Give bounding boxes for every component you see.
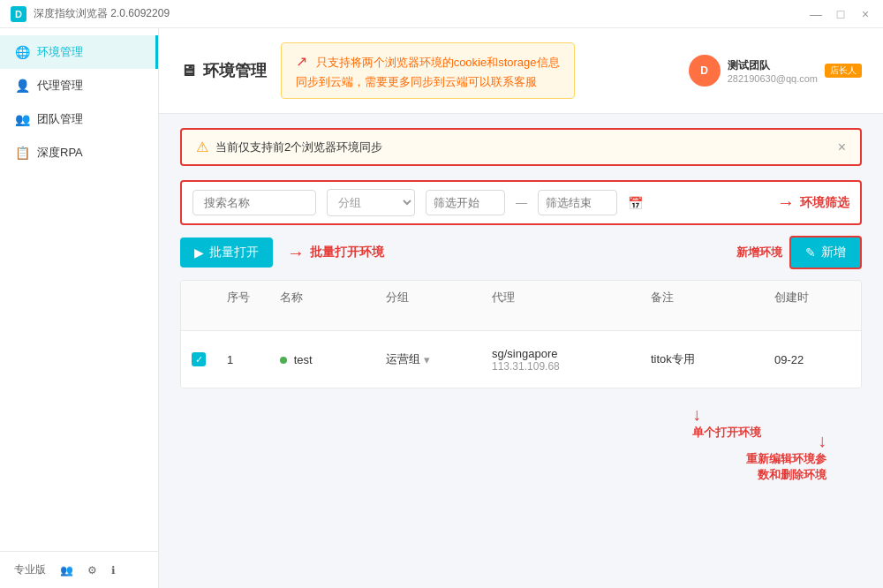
sidebar: 🌐 环境管理 👤 代理管理 👥 团队管理 📋 深度RPA 专业版 👥 ⚙ ℹ	[0, 28, 159, 588]
rpa-icon: 📋	[14, 145, 30, 161]
col-checkbox	[181, 290, 216, 321]
header-notice: ↗ 只支持将两个浏览器环境的cookie和storage信息 同步到云端，需要更…	[281, 42, 575, 99]
environment-table: 序号 名称 分组 代理 备注 创建时 操作 ✓	[180, 280, 862, 388]
app-logo: D	[11, 6, 26, 22]
content-body: ⚠ 当前仅支持前2个浏览器环境同步 × 分组 运营组 — 📅	[159, 114, 883, 588]
batch-open-button[interactable]: ▶ 批量打开	[180, 237, 273, 268]
header-left: 🖥 环境管理 ↗ 只支持将两个浏览器环境的cookie和storage信息 同步…	[180, 42, 575, 99]
proxy-icon: 👤	[14, 78, 30, 94]
minimize-button[interactable]: —	[809, 7, 823, 21]
row-checkbox[interactable]: ✓	[192, 352, 206, 366]
row-name-cell: test	[269, 346, 375, 373]
new-btn-area: 新增环境 ✎ 新增	[736, 236, 862, 269]
batch-arrow-icon: →	[287, 243, 305, 263]
notice-text: 只支持将两个浏览器环境的cookie和storage信息 同步到云端，需要更多同…	[296, 56, 560, 88]
row-group-cell: 运营组 ▾	[375, 344, 481, 374]
table-header: 序号 名称 分组 代理 备注 创建时 操作	[181, 281, 861, 331]
title-bar: D 深度指纹浏览器 2.0.6092209 — □ ×	[0, 0, 883, 28]
edit-down-arrow-icon: ↓	[818, 431, 826, 451]
sidebar-label-proxy: 代理管理	[37, 78, 83, 94]
status-indicator	[280, 357, 287, 364]
sidebar-item-rpa[interactable]: 📋 深度RPA	[0, 136, 158, 170]
date-separator: —	[516, 196, 527, 209]
page-title: 🖥 环境管理	[180, 60, 267, 81]
table-row: ✓ 1 test 运营组 ▾	[181, 331, 861, 388]
date-end-input[interactable]	[538, 190, 617, 215]
filter-arrow-annotation: → 环境筛选	[777, 192, 849, 213]
new-env-annotation: 新增环境	[736, 245, 782, 260]
alert-text: 当前仅支持前2个浏览器环境同步	[215, 139, 382, 155]
edit-delete-label: 重新编辑环境参 数和删除环境	[746, 451, 826, 483]
sidebar-item-env[interactable]: 🌐 环境管理	[0, 35, 158, 69]
row-created-cell: 09-22	[764, 346, 852, 373]
title-icon: 🖥	[180, 62, 196, 80]
app-title: 深度指纹浏览器 2.0.6092209	[34, 6, 809, 21]
col-group: 分组	[375, 290, 481, 321]
footer-help[interactable]: ℹ	[111, 564, 116, 577]
alert-close-button[interactable]: ×	[838, 139, 846, 155]
content-header: 🖥 环境管理 ↗ 只支持将两个浏览器环境的cookie和storage信息 同步…	[159, 28, 883, 114]
new-environment-button[interactable]: ✎ 新增	[789, 236, 862, 269]
row-proxy-cell: sg/singapore 113.31.109.68	[481, 340, 640, 380]
notice-arrow-icon: ↗	[296, 54, 307, 69]
col-proxy: 代理	[481, 290, 640, 321]
user-name: 测试团队	[728, 58, 818, 73]
user-email: 282190630@qq.com	[728, 73, 818, 84]
avatar: D	[689, 55, 721, 87]
sidebar-label-team: 团队管理	[37, 111, 83, 127]
alert-banner: ⚠ 当前仅支持前2个浏览器环境同步 ×	[180, 128, 862, 166]
down-arrow-icon: ↓	[692, 404, 701, 425]
close-button[interactable]: ×	[858, 7, 872, 21]
sidebar-label-rpa: 深度RPA	[37, 145, 83, 161]
group-value: 运营组	[386, 351, 420, 367]
row-checkbox-cell: ✓	[181, 345, 216, 373]
header-right: D 测试团队 282190630@qq.com 店长人	[689, 55, 862, 87]
batch-label: 批量打开环境	[310, 245, 384, 260]
row-note-cell: titok专用	[640, 344, 764, 374]
user-info: 测试团队 282190630@qq.com	[728, 58, 818, 84]
pro-label: 专业版	[14, 562, 46, 577]
batch-annotation: → 批量打开环境	[287, 243, 384, 263]
edit-delete-annotation: ↓ 重新编辑环境参 数和删除环境	[746, 431, 826, 483]
date-start-input[interactable]	[426, 190, 505, 215]
row-actions-cell: ▶ 打开 ⋮ 编辑 删除	[852, 331, 862, 388]
footer-settings[interactable]: ⚙	[87, 564, 97, 577]
sidebar-item-proxy[interactable]: 👤 代理管理	[0, 69, 158, 102]
play-icon: ▶	[194, 245, 204, 260]
vip-badge: 店长人	[825, 64, 862, 78]
col-name: 名称	[269, 290, 375, 321]
new-icon: ✎	[805, 245, 816, 260]
team-icon: 👥	[14, 111, 30, 127]
footer-users[interactable]: 👥	[60, 564, 73, 577]
filter-label: 环境筛选	[800, 195, 849, 211]
maximize-button[interactable]: □	[834, 7, 848, 21]
right-arrow-icon: →	[777, 192, 795, 213]
alert-content: ⚠ 当前仅支持前2个浏览器环境同步	[196, 139, 382, 155]
col-id: 序号	[216, 290, 269, 321]
window-controls: — □ ×	[809, 7, 872, 21]
sidebar-label-env: 环境管理	[37, 44, 83, 60]
env-icon: 🌐	[14, 44, 30, 60]
group-select[interactable]: 分组 运营组	[327, 189, 415, 216]
col-note: 备注	[640, 290, 764, 321]
annotations-area: ↓ 单个打开环境 ↓ 重新编辑环境参 数和删除环境	[180, 396, 862, 554]
sidebar-item-team[interactable]: 👥 团队管理	[0, 102, 158, 136]
sidebar-footer: 专业版 👥 ⚙ ℹ	[0, 551, 158, 588]
group-chevron-icon[interactable]: ▾	[424, 353, 430, 366]
alert-warning-icon: ⚠	[196, 139, 208, 155]
env-name: test	[294, 353, 313, 366]
calendar-icon[interactable]: 📅	[628, 196, 643, 210]
proxy-ip: 113.31.109.68	[492, 360, 630, 373]
row-id-cell: 1	[216, 346, 269, 373]
col-created: 创建时	[764, 290, 852, 321]
search-input[interactable]	[192, 190, 316, 215]
check-icon: ✓	[195, 354, 203, 366]
col-actions: 操作	[852, 290, 862, 321]
sidebar-menu: 🌐 环境管理 👤 代理管理 👥 团队管理 📋 深度RPA	[0, 28, 158, 551]
proxy-country: sg/singapore	[492, 347, 630, 360]
main-content: 🖥 环境管理 ↗ 只支持将两个浏览器环境的cookie和storage信息 同步…	[159, 28, 883, 588]
footer-pro[interactable]: 专业版	[14, 562, 46, 577]
